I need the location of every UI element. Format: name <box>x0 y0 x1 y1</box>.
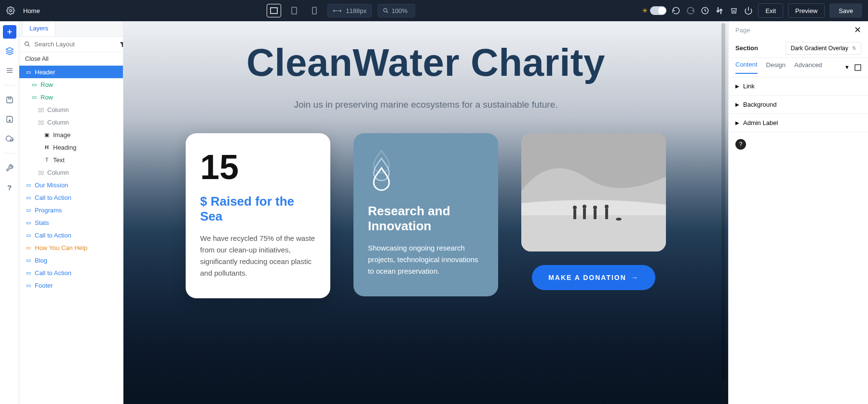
svg-point-23 <box>573 206 577 209</box>
power-icon[interactable] <box>744 6 753 15</box>
svg-point-17 <box>25 42 29 46</box>
tab-content[interactable]: Content <box>735 61 758 74</box>
tree-item-footer[interactable]: ▭Footer <box>19 279 123 292</box>
chevron-down-icon[interactable]: ▼ <box>844 64 850 71</box>
expand-icon[interactable] <box>854 64 861 71</box>
help-bubble[interactable]: ? <box>735 139 746 150</box>
trash-icon[interactable] <box>729 6 739 15</box>
tree-item-stats[interactable]: ▭Stats <box>19 216 123 229</box>
tree-item-row[interactable]: ▭Row <box>19 78 123 91</box>
section-icon: ▭ <box>25 244 32 251</box>
close-all-link[interactable]: Close All <box>25 56 49 62</box>
page-canvas[interactable]: CleanWater Charity Join us in preserving… <box>123 21 728 404</box>
preview-button[interactable]: Preview <box>788 3 825 18</box>
history-icon[interactable] <box>700 6 710 15</box>
tree-item-text[interactable]: TText <box>19 153 123 166</box>
section-icon: ▭ <box>25 194 32 201</box>
save-button[interactable]: Save <box>829 3 862 18</box>
section-icon: ▭ <box>25 219 32 226</box>
sun-icon: ☀ <box>642 7 648 14</box>
import-export-icon[interactable] <box>715 6 724 15</box>
canvas-wrapper: CleanWater Charity Join us in preserving… <box>123 21 868 404</box>
page-subtitle: Join us in preserving marine ecosystems … <box>157 99 694 110</box>
section-label: Section <box>735 44 758 52</box>
add-button[interactable] <box>3 25 16 39</box>
top-bar: Home ⟷ 1188px 100% ☀ Exit Preview Save <box>0 0 868 21</box>
close-icon[interactable]: ✕ <box>854 25 861 35</box>
tree-item-header[interactable]: ▭Header <box>19 66 123 78</box>
canvas-width-value: 1188px <box>346 7 366 14</box>
home-link[interactable]: Home <box>23 7 40 14</box>
tree-item-column[interactable]: ▯▯Column <box>19 166 123 179</box>
section-icon: ▭ <box>25 207 32 213</box>
breadcrumb[interactable]: Page <box>735 27 750 34</box>
tree-item-programs[interactable]: ▭Programs <box>19 204 123 216</box>
svg-point-29 <box>605 205 609 209</box>
hero-photo <box>521 133 666 251</box>
make-donation-button[interactable]: MAKE A DONATION → <box>532 265 655 290</box>
template-load-icon[interactable] <box>3 112 16 126</box>
svg-rect-2 <box>292 7 297 14</box>
tree-item-cta[interactable]: ▭Call to Action <box>19 266 123 279</box>
cloud-settings-icon[interactable] <box>3 132 16 145</box>
tree-item-cta[interactable]: ▭Call to Action <box>19 191 123 204</box>
svg-point-30 <box>616 218 622 221</box>
research-text: Showcasing ongoing research projects, te… <box>368 242 484 277</box>
tree-item-cta[interactable]: ▭Call to Action <box>19 229 123 241</box>
stat-card: 15 $ Raised for the Sea We have recycled… <box>186 133 330 298</box>
preset-select[interactable]: Dark Gradient Overlay ⇅ <box>786 42 861 55</box>
template-save-icon[interactable] <box>3 93 16 107</box>
stat-text: We have recycled 75% of the waste from o… <box>200 233 316 279</box>
help-icon[interactable]: ? <box>3 181 16 194</box>
chevron-right-icon: ▶ <box>735 84 739 89</box>
exit-button[interactable]: Exit <box>758 3 783 18</box>
svg-rect-3 <box>312 7 316 14</box>
layers-panel: Layers Close All ▭Header ▭Row ▭Row ▯▯Col… <box>19 21 123 404</box>
chevron-right-icon: ▶ <box>735 102 739 107</box>
page-title: CleanWater Charity <box>157 41 694 85</box>
tree-item-row[interactable]: ▭Row <box>19 91 123 103</box>
group-link[interactable]: ▶Link <box>729 77 868 96</box>
tab-advanced[interactable]: Advanced <box>794 61 822 73</box>
search-input[interactable] <box>34 41 115 48</box>
zoom-input[interactable]: 100% <box>378 4 415 17</box>
undo-icon[interactable] <box>671 6 681 15</box>
section-icon: ▭ <box>25 257 32 264</box>
search-icon <box>383 8 389 14</box>
device-tablet-button[interactable] <box>287 4 301 17</box>
svg-line-18 <box>28 45 29 46</box>
tree-item-blog[interactable]: ▭Blog <box>19 254 123 266</box>
tree-item-image[interactable]: ▣Image <box>19 128 123 141</box>
section-icon: ▭ <box>25 282 32 289</box>
tab-design[interactable]: Design <box>766 61 786 73</box>
tree-item-column[interactable]: ▯▯Column <box>19 103 123 116</box>
search-icon <box>24 41 30 47</box>
tree-item-how-you-can-help[interactable]: ▭How You Can Help <box>19 241 123 254</box>
tree-item-our-mission[interactable]: ▭Our Mission <box>19 179 123 191</box>
width-icon: ⟷ <box>333 7 342 14</box>
dark-mode-toggle[interactable] <box>650 6 666 15</box>
tools-icon[interactable] <box>3 161 16 175</box>
filter-icon[interactable] <box>119 41 123 48</box>
column-icon: ▯▯ <box>38 169 44 176</box>
canvas-width-input[interactable]: ⟷ 1188px <box>327 4 372 17</box>
group-background[interactable]: ▶Background <box>729 96 868 114</box>
tree-item-heading[interactable]: HHeading <box>19 141 123 153</box>
svg-marker-19 <box>120 42 123 47</box>
group-admin-label[interactable]: ▶Admin Label <box>729 114 868 132</box>
tree-item-column[interactable]: ▯▯Column <box>19 116 123 128</box>
svg-marker-12 <box>6 48 13 52</box>
research-title: Research and Innovation <box>368 204 484 234</box>
column-icon: ▯▯ <box>38 106 44 113</box>
device-desktop-button[interactable] <box>267 4 281 17</box>
layers-icon[interactable] <box>3 44 16 58</box>
canvas-scrollbar[interactable] <box>721 23 725 380</box>
grid-icon[interactable] <box>3 64 16 77</box>
section-icon: ▭ <box>25 181 32 188</box>
redo-icon[interactable] <box>686 6 695 15</box>
stat-title: $ Raised for the Sea <box>200 194 316 224</box>
gear-icon[interactable] <box>6 6 15 15</box>
layers-tab[interactable]: Layers <box>22 21 55 36</box>
device-mobile-button[interactable] <box>307 4 322 17</box>
svg-point-4 <box>383 9 387 12</box>
